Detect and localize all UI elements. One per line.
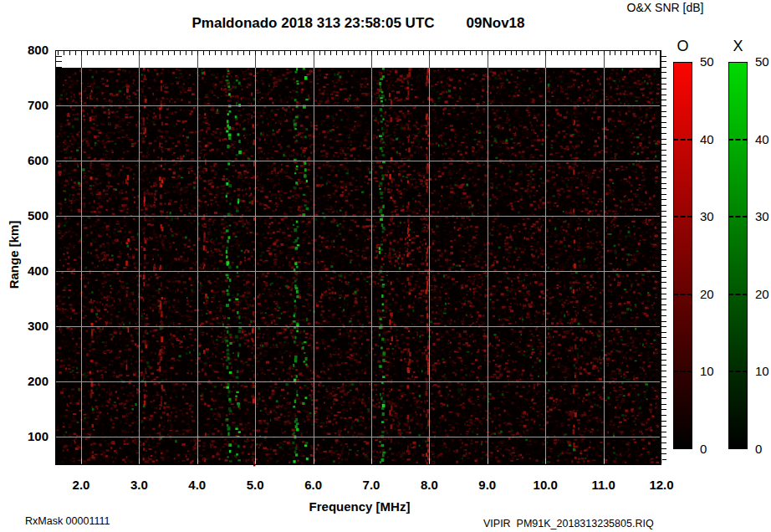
y-tick-label: 100 bbox=[10, 429, 49, 443]
heatmap-canvas bbox=[55, 50, 671, 468]
plot-title: Pmaldonado 2018 313 23:58:05 UTC bbox=[191, 15, 434, 31]
colorbar-dashed-tick bbox=[728, 139, 748, 141]
plot-title-row: Pmaldonado 2018 313 23:58:05 UTC09Nov18 bbox=[55, 15, 661, 32]
ionogram-snr-plot: Pmaldonado 2018 313 23:58:05 UTC09Nov18 … bbox=[0, 0, 771, 532]
colorbar-dashed-tick bbox=[728, 294, 748, 295]
colorbar-o-tick-label: 40 bbox=[700, 132, 728, 146]
x-tick-label: 11.0 bbox=[581, 478, 626, 492]
colorbar-o-gradient bbox=[673, 62, 692, 449]
x-tick-label: 6.0 bbox=[291, 478, 336, 492]
colorbar-x-gradient bbox=[728, 62, 748, 449]
x-tick-label: 7.0 bbox=[349, 478, 394, 492]
colorbar-dashed-tick bbox=[673, 216, 692, 217]
colorbar-x-tick-label: 0 bbox=[755, 442, 771, 456]
x-tick-label: 8.0 bbox=[406, 478, 452, 492]
colorbar-o-tick-label: 50 bbox=[700, 54, 728, 69]
plot-date: 09Nov18 bbox=[467, 15, 525, 31]
rxmask-label: RxMask 00001111 bbox=[25, 515, 110, 527]
colorbar-dashed-tick bbox=[728, 371, 748, 372]
y-axis-title: Range [km] bbox=[7, 209, 21, 301]
y-tick-label: 700 bbox=[10, 98, 49, 112]
x-tick-label: 10.0 bbox=[523, 478, 568, 492]
x-tick-label: 5.0 bbox=[232, 478, 278, 492]
colorbar-x-tick-label: 10 bbox=[755, 364, 771, 378]
colorbar-x-tick-label: 40 bbox=[755, 132, 771, 146]
colorbar-dashed-tick bbox=[673, 139, 692, 141]
colorbar-x-header: X bbox=[728, 38, 748, 55]
x-tick-label: 3.0 bbox=[116, 478, 161, 492]
y-tick-label: 200 bbox=[10, 374, 49, 388]
x-tick-label: 2.0 bbox=[59, 478, 104, 492]
colorbar-dashed-tick bbox=[673, 294, 692, 295]
data-file-label: VIPIR PM91K_2018313235805.RIQ bbox=[483, 518, 654, 529]
y-tick-label: 800 bbox=[10, 43, 49, 57]
colorbar-x-tick-label: 20 bbox=[755, 287, 771, 301]
x-axis-title: Frequency [MHz] bbox=[276, 499, 443, 514]
y-tick-label: 600 bbox=[10, 153, 49, 167]
colorbar-o-tick-label: 20 bbox=[700, 287, 728, 301]
x-tick-label: 9.0 bbox=[465, 478, 510, 492]
colorbar-dashed-tick bbox=[673, 371, 692, 372]
colorbar-x-tick-label: 30 bbox=[755, 209, 771, 223]
x-tick-label: 4.0 bbox=[175, 478, 220, 492]
colorbar-x-tick-label: 50 bbox=[755, 54, 771, 69]
y-tick-label: 300 bbox=[10, 319, 49, 333]
x-tick-label: 12.0 bbox=[639, 478, 684, 492]
colorbar-o-header: O bbox=[673, 38, 692, 55]
colorbar-o-tick-label: 10 bbox=[700, 364, 728, 378]
colorbar-title: O&X SNR [dB] bbox=[588, 1, 743, 14]
colorbar-o-tick-label: 0 bbox=[700, 442, 728, 456]
colorbar-dashed-tick bbox=[728, 216, 748, 217]
colorbar-o-tick-label: 30 bbox=[700, 209, 728, 223]
